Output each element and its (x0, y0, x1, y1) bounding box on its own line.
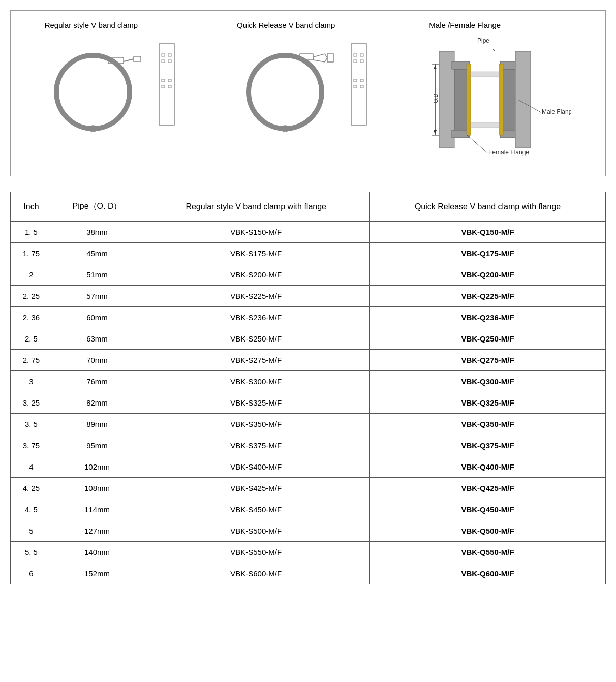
svg-point-0 (56, 55, 130, 129)
cell-regular: VBK-S175-M/F (142, 243, 370, 264)
cell-regular: VBK-S200-M/F (142, 264, 370, 286)
cell-inch: 4 (11, 456, 52, 478)
cell-pipe: 45mm (52, 243, 142, 264)
table-header-row: Inch Pipe（O. D） Regular style V band cla… (11, 192, 606, 222)
svg-rect-22 (354, 60, 357, 63)
quick-clamp-side-svg (346, 39, 372, 130)
quick-clamp-group: Quick Release V band clamp (237, 21, 372, 135)
cell-inch: 3. 5 (11, 414, 52, 435)
cell-quick: VBK-Q600-M/F (370, 563, 606, 584)
svg-line-54 (467, 135, 487, 153)
regular-clamp-images (45, 34, 179, 135)
regular-clamp-title: Regular style V band clamp (45, 21, 138, 29)
cell-regular: VBK-S400-M/F (142, 456, 370, 478)
svg-rect-42 (471, 72, 499, 77)
cell-quick: VBK-Q150-M/F (370, 222, 606, 243)
svg-rect-9 (162, 60, 165, 63)
cell-pipe: 114mm (52, 499, 142, 520)
cell-regular: VBK-S350-M/F (142, 414, 370, 435)
cell-regular: VBK-S236-M/F (142, 307, 370, 328)
svg-text:Pipe: Pipe (477, 37, 489, 44)
svg-rect-44 (471, 77, 499, 122)
table-row: 2. 3660mmVBK-S236-M/FVBK-Q236-M/F (11, 307, 606, 328)
quick-clamp-title: Quick Release V band clamp (237, 21, 335, 29)
svg-rect-43 (471, 122, 499, 128)
table-row: 251mmVBK-S200-M/FVBK-Q200-M/F (11, 264, 606, 286)
cell-quick: VBK-Q250-M/F (370, 328, 606, 350)
cell-regular: VBK-S425-M/F (142, 478, 370, 499)
svg-line-30 (487, 44, 495, 51)
svg-rect-25 (354, 79, 357, 82)
cell-pipe: 38mm (52, 222, 142, 243)
header-quick: Quick Release V band clamp with flange (370, 192, 606, 222)
svg-rect-39 (499, 64, 503, 135)
cell-pipe: 102mm (52, 456, 142, 478)
page-container: Regular style V band clamp (10, 10, 606, 584)
svg-rect-27 (360, 79, 363, 82)
header-pipe: Pipe（O. D） (52, 192, 142, 222)
svg-text:Male Flange: Male Flange (542, 108, 571, 115)
flange-images: Pipe (429, 34, 571, 166)
cell-quick: VBK-Q400-M/F (370, 456, 606, 478)
cell-quick: VBK-Q325-M/F (370, 392, 606, 414)
table-row: 2. 2557mmVBK-S225-M/FVBK-Q225-M/F (11, 286, 606, 307)
svg-marker-51 (434, 130, 437, 134)
svg-rect-3 (134, 56, 141, 61)
header-regular: Regular style V band clamp with flange (142, 192, 370, 222)
cell-regular: VBK-S300-M/F (142, 371, 370, 392)
cell-pipe: 82mm (52, 392, 142, 414)
cell-pipe: 127mm (52, 520, 142, 542)
svg-rect-35 (467, 64, 471, 135)
diagram-section: Regular style V band clamp (10, 10, 606, 176)
cell-pipe: 76mm (52, 371, 142, 392)
quick-clamp-svg (237, 34, 338, 135)
table-row: 1. 7545mmVBK-S175-M/FVBK-Q175-M/F (11, 243, 606, 264)
table-row: 5127mmVBK-S500-M/FVBK-Q500-M/F (11, 520, 606, 542)
cell-inch: 4. 25 (11, 478, 52, 499)
table-row: 4. 5114mmVBK-S450-M/FVBK-Q450-M/F (11, 499, 606, 520)
cell-pipe: 152mm (52, 563, 142, 584)
cell-inch: 1. 5 (11, 222, 52, 243)
cell-quick: VBK-Q175-M/F (370, 243, 606, 264)
product-table: Inch Pipe（O. D） Regular style V band cla… (10, 192, 606, 584)
cell-inch: 2. 36 (11, 307, 52, 328)
cell-quick: VBK-Q550-M/F (370, 542, 606, 563)
cell-regular: VBK-S450-M/F (142, 499, 370, 520)
cell-quick: VBK-Q375-M/F (370, 435, 606, 456)
cell-inch: 5. 5 (11, 542, 52, 563)
cell-pipe: 60mm (52, 307, 142, 328)
svg-rect-14 (168, 79, 171, 82)
cell-regular: VBK-S225-M/F (142, 286, 370, 307)
table-section: Inch Pipe（O. D） Regular style V band cla… (10, 192, 606, 584)
flange-svg: Pipe (429, 34, 571, 166)
cell-inch: 2. 5 (11, 328, 52, 350)
regular-clamp-side-svg (154, 39, 179, 130)
svg-rect-24 (360, 60, 363, 63)
svg-text:O.D: O.D (433, 93, 439, 103)
svg-rect-40 (515, 51, 531, 148)
cell-inch: 2 (11, 264, 52, 286)
regular-clamp-group: Regular style V band clamp (45, 21, 179, 135)
flange-title: Male /Female Flange (429, 21, 501, 29)
cell-inch: 3 (11, 371, 52, 392)
table-row: 1. 538mmVBK-S150-M/FVBK-Q150-M/F (11, 222, 606, 243)
cell-pipe: 70mm (52, 350, 142, 371)
header-inch: Inch (11, 192, 52, 222)
table-row: 3. 2582mmVBK-S325-M/FVBK-Q325-M/F (11, 392, 606, 414)
cell-inch: 3. 75 (11, 435, 52, 456)
regular-clamp-svg (45, 34, 146, 135)
svg-rect-32 (454, 64, 467, 135)
svg-rect-11 (168, 60, 171, 63)
svg-text:Female Flange: Female Flange (488, 149, 529, 156)
svg-rect-8 (162, 54, 165, 56)
cell-regular: VBK-S150-M/F (142, 222, 370, 243)
cell-quick: VBK-Q200-M/F (370, 264, 606, 286)
cell-quick: VBK-Q450-M/F (370, 499, 606, 520)
cell-inch: 3. 25 (11, 392, 52, 414)
table-row: 6152mmVBK-S600-M/FVBK-Q600-M/F (11, 563, 606, 584)
cell-quick: VBK-Q275-M/F (370, 350, 606, 371)
svg-rect-18 (327, 54, 333, 62)
cell-quick: VBK-Q350-M/F (370, 414, 606, 435)
svg-rect-28 (360, 85, 363, 88)
cell-regular: VBK-S550-M/F (142, 542, 370, 563)
